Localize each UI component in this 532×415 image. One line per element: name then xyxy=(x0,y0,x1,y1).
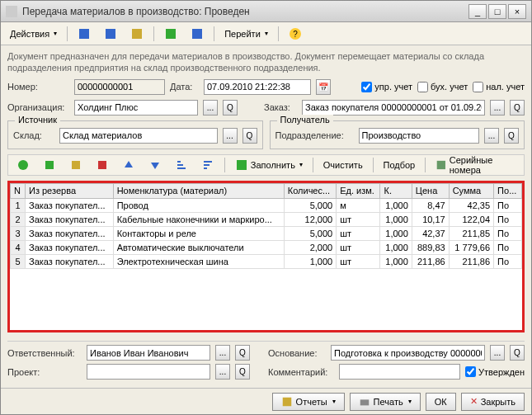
svg-rect-11 xyxy=(237,160,247,170)
clear-button[interactable]: Очистить xyxy=(318,156,369,174)
proj-input[interactable] xyxy=(87,364,210,380)
close-button[interactable]: ✕Закрыть xyxy=(461,393,525,411)
resp-select-button[interactable]: ... xyxy=(215,345,230,361)
titlebar: Передача материалов в производство: Пров… xyxy=(1,1,531,22)
svg-rect-10 xyxy=(98,161,106,169)
table-header[interactable]: N xyxy=(11,183,26,198)
goto-menu[interactable]: Перейти▾ xyxy=(219,25,274,43)
table-header[interactable]: Цена xyxy=(412,183,449,198)
window-title: Передача материалов в производство: Пров… xyxy=(22,6,468,17)
tb-icon-4[interactable] xyxy=(158,25,183,43)
date-label: Дата: xyxy=(170,82,199,92)
sort-asc-button[interactable] xyxy=(169,156,194,174)
date-picker-button[interactable]: 📅 xyxy=(316,79,331,95)
sklad-open-button[interactable]: Q xyxy=(242,128,257,144)
table-row[interactable]: 3Заказ покупател...Контакторы и реле5,00… xyxy=(11,226,522,240)
actions-menu[interactable]: Действия▾ xyxy=(4,25,63,43)
proj-select-button[interactable]: ... xyxy=(215,364,230,380)
number-input[interactable] xyxy=(74,79,165,95)
tb-icon-5[interactable] xyxy=(185,25,210,43)
org-label: Организация: xyxy=(7,102,69,112)
table-row[interactable]: 5Заказ покупател...Электротехническая ши… xyxy=(11,254,522,268)
number-label: Номер: xyxy=(7,82,69,92)
nal-checkbox[interactable]: нал. учет xyxy=(473,82,525,92)
table-row[interactable]: 1Заказ покупател...Провод5,000м1,0008,47… xyxy=(11,198,522,212)
dest-fieldset: Получатель Подразделение: ... Q xyxy=(270,120,525,149)
org-input[interactable] xyxy=(74,100,198,116)
resp-open-button[interactable]: Q xyxy=(235,345,250,361)
org-select-button[interactable]: ... xyxy=(203,100,218,116)
approved-checkbox[interactable]: Утвержден xyxy=(465,366,525,377)
basis-select-button[interactable]: ... xyxy=(490,345,505,361)
table-header[interactable]: Количес... xyxy=(284,183,336,198)
svg-rect-12 xyxy=(437,160,445,168)
bottom-bar: Отчеты▾ Печать▾ ОК ✕Закрыть xyxy=(1,388,531,414)
source-fieldset: Источник Склад: ... Q xyxy=(7,120,263,149)
move-down-button[interactable] xyxy=(143,156,167,174)
order-label: Заказ: xyxy=(264,102,297,112)
svg-rect-0 xyxy=(79,29,89,39)
ok-button[interactable]: ОК xyxy=(426,393,456,411)
svg-rect-8 xyxy=(45,161,54,169)
table-header[interactable]: Из резерва xyxy=(26,183,114,198)
date-input[interactable] xyxy=(204,79,311,95)
delete-row-button[interactable] xyxy=(90,156,115,174)
add-row-button[interactable] xyxy=(11,156,35,174)
proj-open-button[interactable]: Q xyxy=(235,364,250,380)
order-select-button[interactable]: ... xyxy=(490,100,505,116)
podr-label: Подразделение: xyxy=(275,130,354,140)
help-button[interactable]: ? xyxy=(283,25,308,43)
svg-rect-3 xyxy=(166,29,176,39)
svg-rect-2 xyxy=(132,29,142,39)
order-open-button[interactable]: Q xyxy=(510,100,525,116)
table-row[interactable]: 2Заказ покупател...Кабельные наконечники… xyxy=(11,212,522,226)
table-row[interactable]: 4Заказ покупател...Автоматические выключ… xyxy=(11,240,522,254)
comment-label: Комментарий: xyxy=(268,367,334,377)
select-button[interactable]: Подбор xyxy=(377,156,421,174)
table-toolbar: Заполнить▾ Очистить Подбор Серийные номе… xyxy=(7,154,525,176)
maximize-button[interactable]: □ xyxy=(488,4,506,19)
table-header[interactable]: К. xyxy=(380,183,412,198)
dest-title: Получатель xyxy=(277,115,333,125)
basis-input[interactable] xyxy=(331,345,485,361)
reports-button[interactable]: Отчеты▾ xyxy=(272,393,345,411)
copy-row-button[interactable] xyxy=(37,156,62,174)
podr-open-button[interactable]: Q xyxy=(504,128,519,144)
proj-label: Проект: xyxy=(7,367,82,377)
comment-input[interactable] xyxy=(339,364,460,380)
print-button[interactable]: Печать▾ xyxy=(350,393,421,411)
fill-button[interactable]: Заполнить▾ xyxy=(229,156,308,174)
description-text: Документ предназначен для передачи матер… xyxy=(7,50,525,74)
svg-point-7 xyxy=(18,160,28,170)
source-title: Источник xyxy=(15,115,60,125)
edit-row-button[interactable] xyxy=(64,156,88,174)
buh-checkbox[interactable]: бух. учет xyxy=(417,82,468,92)
upr-checkbox[interactable]: упр. учет xyxy=(361,82,412,92)
podr-input[interactable] xyxy=(359,128,480,144)
serial-button[interactable]: Серийные номера xyxy=(430,156,521,174)
sort-desc-button[interactable] xyxy=(195,156,220,174)
table-header[interactable]: Номенклатура (материал) xyxy=(113,183,284,198)
sklad-select-button[interactable]: ... xyxy=(223,128,238,144)
table-header[interactable]: Сумма xyxy=(449,183,493,198)
table-header[interactable]: Ед. изм. xyxy=(337,183,380,198)
close-window-button[interactable]: × xyxy=(508,4,526,19)
move-up-button[interactable] xyxy=(116,156,141,174)
resp-input[interactable] xyxy=(87,345,210,361)
table-header[interactable]: По... xyxy=(494,183,522,198)
org-open-button[interactable]: Q xyxy=(223,100,238,116)
svg-rect-14 xyxy=(360,399,369,405)
podr-select-button[interactable]: ... xyxy=(484,128,499,144)
svg-rect-13 xyxy=(282,397,291,406)
app-icon xyxy=(6,6,17,17)
tb-icon-3[interactable] xyxy=(125,25,149,43)
sklad-input[interactable] xyxy=(59,128,218,144)
basis-open-button[interactable]: Q xyxy=(510,345,525,361)
tb-icon-2[interactable] xyxy=(98,25,123,43)
minimize-button[interactable]: _ xyxy=(468,4,487,19)
sklad-label: Склад: xyxy=(13,130,54,140)
order-input[interactable] xyxy=(302,100,485,116)
materials-table[interactable]: NИз резерваНоменклатура (материал)Количе… xyxy=(7,181,525,332)
tb-icon-1[interactable] xyxy=(72,25,97,43)
basis-label: Основание: xyxy=(268,348,326,358)
